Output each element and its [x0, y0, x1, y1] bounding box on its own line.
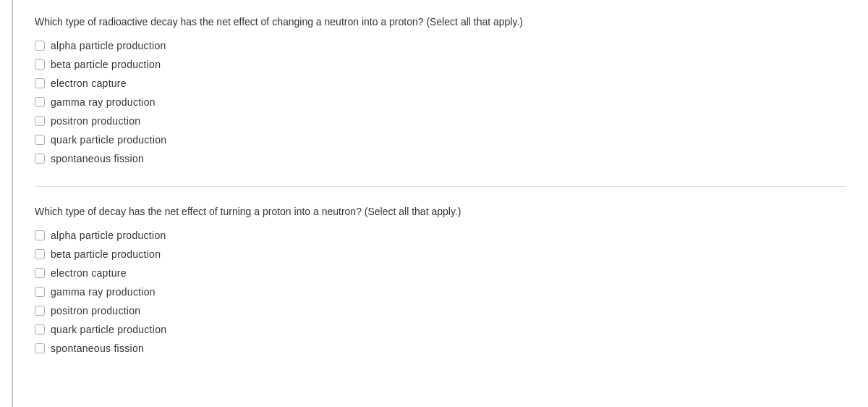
checkbox-q2-o1[interactable] [35, 230, 45, 240]
checkbox-q1-o6[interactable] [35, 135, 45, 145]
option-label-q1-o3[interactable]: electron capture [51, 77, 127, 89]
checkbox-q2-o7[interactable] [35, 343, 45, 353]
checkbox-q1-o1[interactable] [35, 41, 45, 51]
list-item: quark particle production [35, 324, 846, 335]
option-label-q2-o2[interactable]: beta particle production [51, 248, 161, 260]
option-label-q1-o1[interactable]: alpha particle production [51, 40, 166, 51]
list-item: electron capture [35, 77, 846, 89]
question-block-1: Which type of radioactive decay has the … [35, 14, 846, 164]
checkbox-q2-o3[interactable] [35, 268, 45, 278]
list-item: gamma ray production [35, 96, 846, 108]
checkbox-q1-o7[interactable] [35, 154, 45, 164]
option-label-q1-o6[interactable]: quark particle production [51, 134, 166, 146]
option-label-q2-o1[interactable]: alpha particle production [51, 230, 166, 241]
option-label-q2-o5[interactable]: positron production [51, 305, 140, 316]
list-item: alpha particle production [35, 40, 846, 51]
list-item: beta particle production [35, 248, 846, 260]
option-label-q2-o7[interactable]: spontaneous fission [51, 343, 144, 354]
options-list-2: alpha particle productionbeta particle p… [35, 230, 846, 354]
option-label-q2-o6[interactable]: quark particle production [51, 324, 166, 335]
option-label-q2-o4[interactable]: gamma ray production [51, 286, 156, 298]
list-item: positron production [35, 115, 846, 127]
checkbox-q1-o3[interactable] [35, 78, 45, 88]
option-label-q1-o2[interactable]: beta particle production [51, 59, 161, 70]
checkbox-q2-o6[interactable] [35, 324, 45, 335]
list-item: spontaneous fission [35, 153, 846, 164]
content-area: Which type of radioactive decay has the … [13, 0, 868, 407]
page-container: Which type of radioactive decay has the … [0, 0, 868, 407]
list-item: gamma ray production [35, 286, 846, 298]
checkbox-q2-o2[interactable] [35, 249, 45, 259]
checkbox-q1-o5[interactable] [35, 116, 45, 126]
list-item: beta particle production [35, 59, 846, 70]
options-list-1: alpha particle productionbeta particle p… [35, 40, 846, 164]
checkbox-q1-o4[interactable] [35, 97, 45, 107]
option-label-q1-o5[interactable]: positron production [51, 115, 140, 127]
checkbox-q2-o5[interactable] [35, 306, 45, 316]
question-text-1: Which type of radioactive decay has the … [35, 14, 846, 30]
list-item: alpha particle production [35, 230, 846, 241]
list-item: positron production [35, 305, 846, 316]
list-item: spontaneous fission [35, 343, 846, 354]
question-text-2: Which type of decay has the net effect o… [35, 204, 846, 219]
checkbox-q2-o4[interactable] [35, 287, 45, 297]
option-label-q1-o7[interactable]: spontaneous fission [51, 153, 144, 164]
list-item: quark particle production [35, 134, 846, 146]
section-divider [35, 186, 846, 187]
left-border [0, 0, 13, 407]
list-item: electron capture [35, 267, 846, 279]
option-label-q1-o4[interactable]: gamma ray production [51, 96, 156, 108]
checkbox-q1-o2[interactable] [35, 59, 45, 70]
option-label-q2-o3[interactable]: electron capture [51, 267, 127, 279]
question-block-2: Which type of decay has the net effect o… [35, 204, 846, 354]
